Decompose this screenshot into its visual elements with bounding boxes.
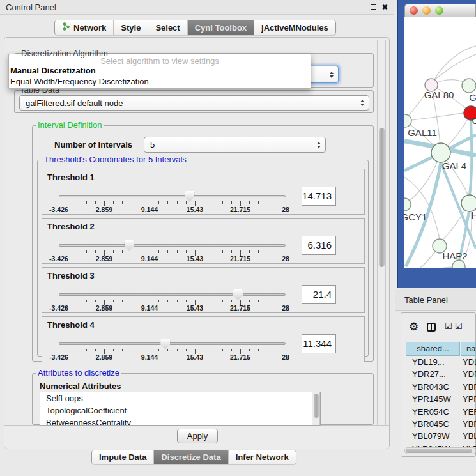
close-icon[interactable]: ✖ xyxy=(382,3,388,12)
table-row[interactable]: YER054CYER0 xyxy=(406,406,476,418)
main-scrollbar-thumb[interactable] xyxy=(379,128,385,267)
zoom-traffic-light-icon[interactable] xyxy=(435,6,443,15)
main-scrollbar[interactable] xyxy=(377,40,386,447)
table-data-combo[interactable]: galFiltered.sif default node xyxy=(19,95,369,111)
gear-icon[interactable]: ⚙ xyxy=(409,320,418,334)
stepper-icon xyxy=(317,142,321,148)
attributes-group-title: Attributes to discretize xyxy=(36,369,121,378)
tab-impute-data[interactable]: Impute Data xyxy=(92,450,154,464)
slider-track[interactable] xyxy=(59,293,286,296)
tick-mark xyxy=(268,300,268,302)
cell-shared-name: YLR345W xyxy=(406,443,460,447)
tick-mark xyxy=(122,250,123,253)
slider-thumb[interactable] xyxy=(185,191,194,202)
tick-label: 15.43 xyxy=(180,255,210,263)
table-row[interactable]: YBR045CYBR0 xyxy=(406,418,476,430)
attributes-list-scrollbar[interactable] xyxy=(312,392,320,425)
network-edge xyxy=(405,113,464,121)
tab-label: jActiveMNodules xyxy=(261,23,328,33)
columns-icon[interactable] xyxy=(427,323,436,332)
thresholds-group-title: Threshold's Coordinates for 5 Intervals xyxy=(42,155,188,164)
slider-track[interactable] xyxy=(59,195,286,197)
tick-mark xyxy=(222,300,223,302)
popup-item[interactable]: Manual Discretization xyxy=(9,65,311,76)
table-row[interactable]: YBL079WYBL0 xyxy=(406,430,476,442)
tick-mark xyxy=(77,201,77,204)
tick-mark xyxy=(186,349,187,351)
checkbox-icon[interactable]: ☑ xyxy=(455,321,463,331)
slider-track[interactable] xyxy=(59,244,286,247)
tab-network[interactable]: Network xyxy=(55,20,114,35)
threshold-value-field[interactable]: 14.713 xyxy=(302,187,336,206)
tab-jactivemnodules[interactable]: jActiveMNodules xyxy=(254,20,335,35)
popup-items: Manual DiscretizationEqual Width/Frequen… xyxy=(9,65,311,87)
tick-mark xyxy=(177,300,178,302)
tick-mark xyxy=(268,201,268,204)
tab-cyni-toolbox[interactable]: Cyni Toolbox xyxy=(188,20,254,35)
slider-track[interactable] xyxy=(59,342,286,345)
threshold-panel: Threshold 4-3.4262.8599.14415.4321.71528… xyxy=(42,316,365,362)
node-green-top[interactable] xyxy=(462,79,476,93)
tick-mark xyxy=(222,349,223,351)
list-item[interactable]: BetweennessCentrality xyxy=(40,417,320,426)
list-item[interactable]: SelfLoops xyxy=(40,392,320,404)
slider-thumb[interactable] xyxy=(233,289,243,300)
tab-style[interactable]: Style xyxy=(114,20,148,35)
tab-select[interactable]: Select xyxy=(148,20,187,35)
tab-infer-network[interactable]: Infer Network xyxy=(229,450,296,464)
checkbox-icon[interactable]: ☑ xyxy=(445,321,452,331)
table-hscrollbar-thumb[interactable] xyxy=(406,449,472,453)
tick-mark xyxy=(86,300,87,302)
cell-shared-name: YPR145W xyxy=(406,393,460,405)
tick-label: 2.859 xyxy=(89,206,119,213)
tick-label: 15.43 xyxy=(180,206,210,213)
tick-mark xyxy=(86,201,87,204)
slider-thumb[interactable] xyxy=(160,339,170,349)
tick-mark xyxy=(249,300,250,302)
close-traffic-light-icon[interactable] xyxy=(410,6,418,15)
table-hscrollbar[interactable] xyxy=(404,447,476,454)
network-view-canvas[interactable]: GAL80GCGAL11GAL4GCY1HHAP2 xyxy=(404,17,476,268)
table-header-name[interactable]: na xyxy=(461,342,476,356)
numerical-attributes-list[interactable]: SelfLoopsTopologicalCoefficientBetweenne… xyxy=(40,392,321,426)
threshold-value-field[interactable]: 11.344 xyxy=(302,334,336,353)
tick-mark xyxy=(204,300,204,302)
table-header-shared[interactable]: shared... xyxy=(406,342,460,356)
tick-label: 9.144 xyxy=(135,255,164,263)
apply-button[interactable]: Apply xyxy=(177,429,218,443)
network-window-titlebar[interactable] xyxy=(404,4,476,17)
cell-shared-name: YER054C xyxy=(406,406,460,418)
node-label: H xyxy=(472,210,476,220)
tab-label: Impute Data xyxy=(99,452,146,462)
popup-item[interactable]: Equal Width/Frequency Discretization xyxy=(9,76,311,87)
node-label: GAL11 xyxy=(408,127,437,138)
tick-label: 21.715 xyxy=(226,353,255,361)
tick-label: -3.426 xyxy=(44,206,73,213)
tick-label: -3.426 xyxy=(44,255,73,263)
network-edge xyxy=(404,266,459,268)
slider-thumb[interactable] xyxy=(125,240,134,251)
node-label: GAL4 xyxy=(442,160,466,171)
table-row[interactable]: YDR27...YDR2 xyxy=(406,368,476,380)
list-item[interactable]: TopologicalCoefficient xyxy=(40,404,320,417)
float-window-icon[interactable] xyxy=(371,4,376,10)
tick-mark xyxy=(213,349,213,351)
number-of-intervals-combo[interactable]: 5 xyxy=(144,137,326,153)
minimize-traffic-light-icon[interactable] xyxy=(422,6,431,15)
tick-mark xyxy=(186,201,187,204)
number-of-intervals-label: Number of Intervals xyxy=(54,140,132,150)
table-panel-titlebar: Table Panel xyxy=(395,289,476,311)
attributes-scrollbar-thumb[interactable] xyxy=(314,394,319,418)
threshold-value-field[interactable]: 21.4 xyxy=(302,285,336,304)
tab-discretize-data[interactable]: Discretize Data xyxy=(154,450,228,464)
table-row[interactable]: YLR345WYLR3 xyxy=(406,443,476,447)
tick-mark xyxy=(258,250,259,253)
table-row[interactable]: YBR043CYBR0 xyxy=(406,381,476,393)
threshold-value-field[interactable]: 6.316 xyxy=(302,236,336,255)
stepper-icon xyxy=(360,100,364,106)
node-gal4[interactable] xyxy=(431,143,450,162)
tick-mark xyxy=(68,201,68,204)
tick-mark xyxy=(122,300,123,302)
table-row[interactable]: YDL19...YDL1 xyxy=(406,356,476,368)
table-row[interactable]: YPR145WYPR1 xyxy=(406,393,476,405)
